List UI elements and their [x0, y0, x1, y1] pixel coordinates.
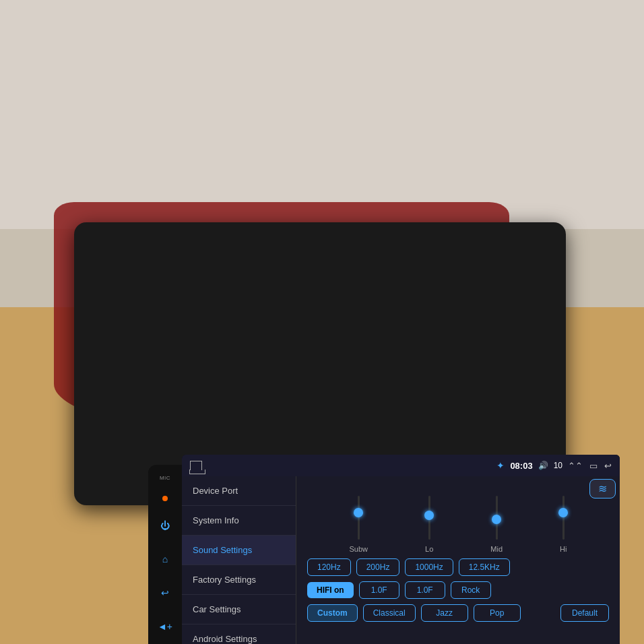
hifi-row: HIFI on 1.0F 1.0F Rock [307, 581, 609, 599]
home-button[interactable]: ⌂ [156, 550, 174, 569]
menu-item-android-settings[interactable]: Android Settings [182, 624, 296, 644]
side-panel: MIC ⏻ ⌂ ↩ ◄+ ◄- [148, 465, 182, 644]
volume-up-button[interactable]: ◄+ [156, 617, 174, 636]
right-panel: ≋ Subw [296, 476, 620, 644]
lo-thumb[interactable] [424, 511, 434, 520]
eq-channel-lo: Lo [425, 496, 433, 553]
custom-button[interactable]: Custom [307, 604, 358, 622]
mic-label: MIC [160, 475, 170, 481]
hi-thumb[interactable] [558, 508, 568, 517]
status-time: 08:03 [510, 461, 532, 471]
eq-icon-area: ≋ [589, 479, 616, 498]
mid-label: Mid [490, 545, 503, 553]
menu-item-car-settings[interactable]: Car Settings [182, 595, 296, 624]
volume-icon: 🔊 [538, 461, 548, 470]
freq-120hz-button[interactable]: 120Hz [307, 558, 351, 576]
eq-channel-mid: Mid [490, 496, 503, 553]
equalizer-icon-button[interactable]: ≋ [589, 479, 616, 498]
status-bar: ✦ 08:03 🔊 10 ⌃⌃ ▭ ↩ [182, 455, 620, 476]
crossover-1of2-button[interactable]: 1.0F [405, 581, 445, 599]
back-button[interactable]: ↩ [156, 583, 174, 602]
return-icon[interactable]: ↩ [604, 461, 612, 471]
home-icon[interactable] [190, 461, 202, 470]
frequency-row: 120Hz 200Hz 1000Hz 12.5KHz [307, 558, 609, 576]
mid-slider[interactable] [496, 496, 498, 540]
freq-1000hz-button[interactable]: 1000Hz [405, 558, 453, 576]
volume-level: 10 [554, 461, 562, 470]
expand-icon[interactable]: ⌃⌃ [568, 461, 583, 471]
nav-icons: ⌃⌃ ▭ ↩ [568, 461, 612, 471]
eq-channel-hi: Hi [560, 496, 567, 553]
mid-thumb[interactable] [492, 515, 501, 524]
subw-slider[interactable] [358, 496, 360, 540]
menu-item-sound-settings[interactable]: Sound Settings [182, 536, 296, 565]
crossover-1of-button[interactable]: 1.0F [359, 581, 399, 599]
lo-label: Lo [425, 545, 433, 553]
rock-button[interactable]: Rock [451, 581, 491, 599]
scene: MIC ⏻ ⌂ ↩ ◄+ ◄- ✦ 08:03 🔊 10 ⌃⌃ ▭ ↩ [0, 0, 644, 644]
subw-thumb[interactable] [354, 508, 363, 517]
default-button[interactable]: Default [560, 604, 609, 622]
left-menu: Device Port System Info Sound Settings F… [182, 476, 296, 644]
menu-item-factory-settings[interactable]: Factory Settings [182, 565, 296, 595]
eq-sliders-section: Subw Lo Mid [307, 486, 609, 553]
screen: ✦ 08:03 🔊 10 ⌃⌃ ▭ ↩ Device Port System I… [182, 455, 620, 644]
window-icon[interactable]: ▭ [589, 461, 598, 471]
menu-item-system-info[interactable]: System Info [182, 506, 296, 536]
hi-label: Hi [560, 545, 567, 553]
lo-slider[interactable] [428, 496, 430, 540]
car-head-unit: MIC ⏻ ⌂ ↩ ◄+ ◄- ✦ 08:03 🔊 10 ⌃⌃ ▭ ↩ [74, 222, 566, 505]
sound-preset-row: Custom Classical Jazz Pop Default [307, 604, 609, 622]
classical-button[interactable]: Classical [363, 604, 416, 622]
wall-background [0, 0, 644, 229]
hi-slider[interactable] [562, 496, 565, 540]
power-button[interactable]: ⏻ [156, 516, 174, 535]
eq-channel-subw: Subw [350, 496, 368, 553]
freq-200hz-button[interactable]: 200Hz [356, 558, 400, 576]
pop-button[interactable]: Pop [474, 604, 521, 622]
rst-indicator [162, 496, 168, 501]
jazz-button[interactable]: Jazz [421, 604, 468, 622]
menu-item-device-port[interactable]: Device Port [182, 476, 296, 506]
subw-label: Subw [350, 545, 368, 553]
freq-125khz-button[interactable]: 12.5KHz [459, 558, 510, 576]
bluetooth-icon: ✦ [496, 460, 505, 471]
hifi-on-button[interactable]: HIFI on [307, 582, 354, 598]
main-content: Device Port System Info Sound Settings F… [182, 476, 620, 644]
